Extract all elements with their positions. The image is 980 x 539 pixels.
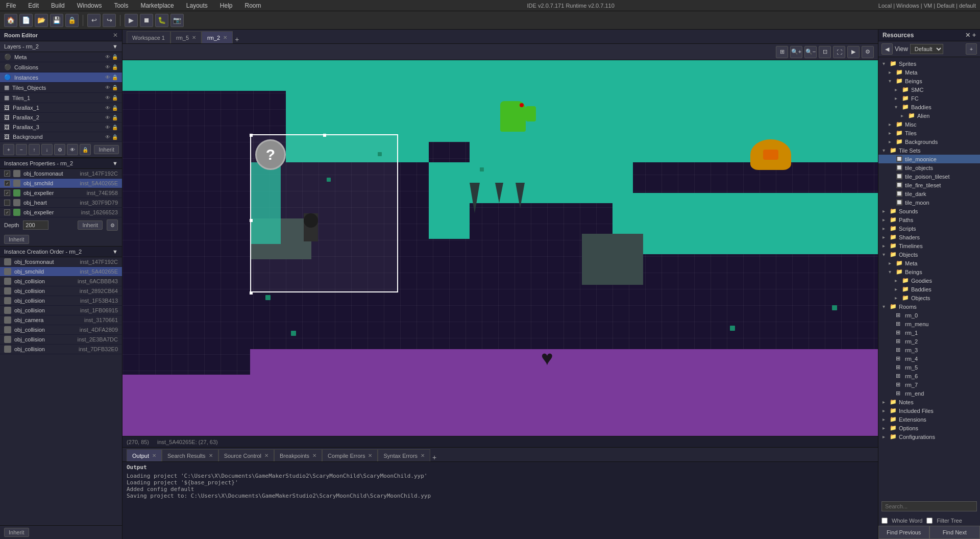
tree-item[interactable]: ▸ 📁 Extensions xyxy=(878,415,980,424)
tree-expand-icon[interactable]: ▸ xyxy=(889,121,894,127)
add-output-tab[interactable]: + xyxy=(432,453,436,461)
inherit-layers-button[interactable]: Inherit xyxy=(94,145,119,154)
lock-icon[interactable]: 🔒 xyxy=(112,115,118,120)
tree-item[interactable]: ▸ 📁 SMC xyxy=(878,85,980,94)
lock-icon[interactable]: 🔒 xyxy=(112,64,118,70)
layers-dropdown[interactable]: Layers - rm_2 ▼ xyxy=(0,41,122,52)
tree-item[interactable]: ▸ 📁 Baddies xyxy=(878,285,980,293)
new-button[interactable]: 📄 xyxy=(19,14,33,27)
creation-order-row[interactable]: obj_collision inst_1F53B413 xyxy=(0,296,122,306)
tree-item[interactable]: ▸ 📁 Meta xyxy=(878,259,980,267)
creation-order-row[interactable]: obj_collision inst_7DFB32E0 xyxy=(0,345,122,354)
tree-expand-icon[interactable]: ▸ xyxy=(889,130,894,136)
tree-item[interactable]: ⊞ rm_4 xyxy=(878,354,980,363)
tree-expand-icon[interactable]: ▸ xyxy=(883,208,888,214)
instance-checkbox[interactable]: ✓ xyxy=(4,180,10,186)
menu-file[interactable]: File xyxy=(4,1,18,10)
resource-search-input[interactable] xyxy=(881,501,977,511)
zoom-out-button[interactable]: 🔍− xyxy=(804,46,817,58)
zoom-in-button[interactable]: 🔍+ xyxy=(790,46,802,58)
play-button[interactable]: ▶ xyxy=(125,14,138,27)
fullscreen-button[interactable]: ⛶ xyxy=(833,46,845,58)
layer-item[interactable]: 🖼 Parallax_3 👁 🔒 xyxy=(0,122,122,132)
tab-compile-errors[interactable]: Compile Errors ✕ xyxy=(322,449,378,461)
tree-expand-icon[interactable]: ▸ xyxy=(883,416,888,422)
layer-item[interactable]: ▦ Tiles_Objects 👁 🔒 xyxy=(0,83,122,93)
res-add-button[interactable]: + xyxy=(966,43,977,55)
tree-item[interactable]: ▸ 📁 Included Files xyxy=(878,406,980,415)
tree-item[interactable]: ⊞ rm_3 xyxy=(878,346,980,354)
lock-button[interactable]: 🔒 xyxy=(65,14,79,27)
tree-item[interactable]: ▾ 📁 Beings xyxy=(878,77,980,85)
eye-icon[interactable]: 👁 xyxy=(105,75,110,80)
tree-expand-icon[interactable]: ▸ xyxy=(883,234,888,240)
instance-row[interactable]: obj_heart inst_307F9D79 xyxy=(0,198,122,208)
instance-row[interactable]: ✓ obj_fcosmonaut inst_147F192C xyxy=(0,169,122,179)
move-up-button[interactable]: ↑ xyxy=(29,144,40,155)
redo-button[interactable]: ↪ xyxy=(103,14,116,27)
debug-button[interactable]: 🐛 xyxy=(155,14,168,27)
tab-source-close[interactable]: ✕ xyxy=(264,453,268,458)
tree-item[interactable]: 🔲 tile_moon xyxy=(878,198,980,207)
creation-order-chevron[interactable]: ▼ xyxy=(112,249,118,255)
screenshot-button[interactable]: 📷 xyxy=(170,14,184,27)
tree-item[interactable]: ⊞ rm_1 xyxy=(878,328,980,337)
menu-marketplace[interactable]: Marketplace xyxy=(138,1,176,10)
handle-ml[interactable] xyxy=(250,219,253,222)
tree-item[interactable]: 🔲 tile_poison_tileset xyxy=(878,172,980,181)
tree-item[interactable]: ▸ 📁 Objects xyxy=(878,293,980,302)
tree-expand-icon[interactable]: ▸ xyxy=(895,87,900,92)
handle-tl[interactable] xyxy=(250,134,253,137)
tree-item[interactable]: ▸ 📁 Tiles xyxy=(878,129,980,137)
tab-output-close[interactable]: ✕ xyxy=(152,453,156,458)
tree-item[interactable]: ▾ 📁 Sprites xyxy=(878,59,980,68)
inherit-depth-button[interactable]: Inherit xyxy=(78,220,103,230)
eye-icon[interactable]: 👁 xyxy=(105,64,110,70)
stop-button[interactable]: ⏹ xyxy=(140,14,153,27)
tab-syntax-errors[interactable]: Syntax Errors ✕ xyxy=(378,449,430,461)
tab-search-results[interactable]: Search Results ✕ xyxy=(162,449,218,461)
creation-order-row[interactable]: obj_smchild inst_5A40265E xyxy=(0,267,122,277)
tree-item[interactable]: 🔲 tile_dark xyxy=(878,189,980,198)
tree-item[interactable]: ▸ 📁 FC xyxy=(878,94,980,103)
close-resources-icon[interactable]: ✕ xyxy=(965,32,970,39)
depth-options-button[interactable]: ⚙ xyxy=(107,219,118,231)
tree-item[interactable]: ▸ 📁 Shaders xyxy=(878,233,980,241)
tree-item[interactable]: ▾ 📁 Beings xyxy=(878,267,980,276)
tree-item[interactable]: ▸ 📁 Options xyxy=(878,424,980,432)
layer-item[interactable]: ⚫ Meta 👁 🔒 xyxy=(0,52,122,62)
tab-breakpoints[interactable]: Breakpoints ✕ xyxy=(274,449,322,461)
tree-item[interactable]: ▾ 📁 Baddies xyxy=(878,103,980,111)
tree-item[interactable]: ⊞ rm_7 xyxy=(878,380,980,389)
tab-compile-errors-close[interactable]: ✕ xyxy=(368,453,372,458)
tree-item[interactable]: ▸ 📁 Notes xyxy=(878,398,980,406)
tab-workspace1[interactable]: Workspace 1 xyxy=(127,31,170,43)
lock-icon[interactable]: 🔒 xyxy=(112,134,118,140)
tree-item[interactable]: 🔲 tile_objects xyxy=(878,163,980,172)
room-canvas[interactable]: ♥ ? xyxy=(122,60,878,436)
layer-view-button[interactable]: 👁 xyxy=(67,144,78,155)
tree-expand-icon[interactable]: ▸ xyxy=(889,260,894,266)
view-select[interactable]: Default xyxy=(910,44,943,54)
layer-item[interactable]: ▦ Tiles_1 👁 🔒 xyxy=(0,93,122,103)
add-resource-icon[interactable]: + xyxy=(972,32,976,39)
eye-icon[interactable]: 👁 xyxy=(105,105,110,111)
creation-order-row[interactable]: obj_collision inst_4DFA2809 xyxy=(0,325,122,335)
tree-item[interactable]: ▸ 📁 Backgrounds xyxy=(878,137,980,146)
layers-chevron[interactable]: ▼ xyxy=(112,43,118,50)
find-previous-button[interactable]: Find Previous xyxy=(878,526,929,539)
instance-checkbox[interactable]: ✓ xyxy=(4,170,10,177)
tree-expand-icon[interactable]: ▾ xyxy=(889,269,894,275)
eye-icon[interactable]: 👁 xyxy=(105,85,110,90)
filter-tree-checkbox[interactable] xyxy=(926,518,933,524)
layer-item[interactable]: 🔵 Instances 👁 🔒 xyxy=(0,72,122,83)
tree-expand-icon[interactable]: ▸ xyxy=(883,243,888,249)
grid-button[interactable]: ⊞ xyxy=(776,46,788,58)
tree-item[interactable]: ▸ 📁 Misc xyxy=(878,120,980,129)
add-layer-button[interactable]: + xyxy=(3,144,14,155)
tree-expand-icon[interactable]: ▾ xyxy=(883,61,888,66)
tab-rm5[interactable]: rm_5 ✕ xyxy=(170,31,202,43)
tree-expand-icon[interactable]: ▾ xyxy=(883,252,888,257)
menu-tools[interactable]: Tools xyxy=(112,1,130,10)
tree-item[interactable]: ▾ 📁 Rooms xyxy=(878,302,980,311)
